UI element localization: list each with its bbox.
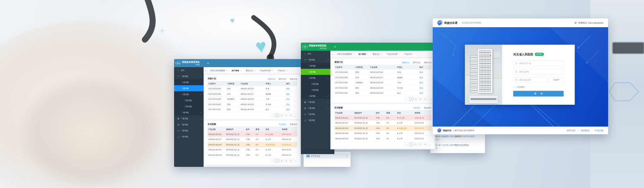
view-link[interactable]: 查看 [419, 82, 423, 84]
tab-通知公告[interactable]: 通知公告 [371, 51, 385, 57]
section-link[interactable]: 预约计划 [413, 61, 420, 63]
tab-dot-icon[interactable] [367, 53, 369, 55]
view-link[interactable]: 查看 [286, 98, 290, 100]
captcha-field[interactable] [513, 77, 547, 83]
sidebar-item[interactable]: ⌂ 首页 [301, 51, 330, 57]
sidebar-item[interactable]: 二级导航 ∧ [174, 91, 204, 97]
tab-产品出库[interactable]: 产品出库 [402, 51, 417, 57]
login-button[interactable]: 登 录 [513, 91, 564, 97]
section-link[interactable]: 预约计划 [279, 78, 286, 80]
sidebar-item[interactable]: ⌂ 首页 [174, 67, 204, 73]
tab-dot-icon[interactable] [254, 69, 256, 71]
pencil-icon[interactable]: ✎ [346, 155, 347, 157]
sidebar-item[interactable]: 二级导航 ∨ [301, 93, 330, 99]
remember-checkbox[interactable] [513, 86, 516, 88]
sidebar-item[interactable]: 三级导航 [301, 87, 330, 93]
tab-产品出库[interactable]: 产品出库 [276, 67, 290, 74]
page-button[interactable]: 1 [410, 143, 413, 146]
feed-link[interactable]: 风驰精英小分队 [441, 135, 454, 137]
sidebar-item[interactable]: 二级导航 ∨ [174, 109, 204, 115]
sidebar-item[interactable]: ▦ 一级导航 ∨ [301, 99, 330, 105]
tab-dot-icon[interactable] [272, 69, 274, 71]
section-link[interactable]: 产品库存 [279, 123, 286, 125]
sidebar-item[interactable]: ✎ 一级导航 ∧ [174, 73, 204, 79]
page-button[interactable]: 1 [410, 97, 413, 101]
prev-page-button[interactable]: ‹ [271, 159, 275, 163]
page-button[interactable]: 1 [275, 159, 279, 163]
page-button[interactable]: 4 [423, 143, 427, 146]
feed-link[interactable]: 5 月日常小需求 [441, 144, 454, 146]
page-button[interactable]: 2 [414, 97, 418, 101]
tab-dot-icon[interactable] [353, 53, 355, 55]
tab-用户管理[interactable]: 用户管理 [230, 67, 244, 74]
feed-item[interactable]: 朱老师 在 风驰精英小分队 新建项目 5月日常小需求 5 小时前 [430, 134, 485, 142]
sidebar-item[interactable]: △ 一级导航 [174, 134, 204, 140]
prev-page-button[interactable]: ‹ [271, 113, 275, 117]
section-link[interactable]: 高值计划 [424, 61, 431, 63]
page-button[interactable]: 3 [284, 113, 288, 117]
collapse-tabs-icon[interactable]: « [330, 51, 335, 57]
tab-资质证件效期预警[interactable]: 资质证件效期预警 [335, 51, 357, 57]
section-link[interactable]: 高值库存 [424, 107, 431, 109]
tab-dot-icon[interactable] [399, 53, 400, 55]
next-page-button[interactable]: › [293, 159, 297, 163]
view-link[interactable]: 查看 [419, 71, 423, 73]
captcha-input[interactable] [519, 79, 546, 81]
sidebar-item[interactable]: 三级导航 [301, 81, 330, 87]
view-link[interactable]: 查看 [419, 87, 423, 89]
hamburger-icon[interactable]: ≡ [207, 61, 209, 65]
prev-page-button[interactable]: ‹ [405, 143, 409, 146]
username-field[interactable] [513, 61, 564, 66]
tab-dot-icon[interactable] [226, 69, 228, 71]
page-button[interactable]: 2 [414, 143, 418, 146]
tab-dot-icon[interactable] [413, 53, 415, 55]
page-button[interactable]: 4 [423, 97, 427, 101]
section-link[interactable]: 高值计划 [290, 78, 297, 80]
footer-link-key[interactable]: 密钥驱动 [581, 129, 589, 132]
section-link[interactable]: 领用计划 [268, 78, 275, 80]
hamburger-icon[interactable]: ≡ [334, 45, 336, 48]
password-input[interactable] [519, 70, 562, 73]
tab-dot-icon[interactable] [240, 69, 242, 71]
tab-通知公告[interactable]: 通知公告 [244, 67, 258, 74]
sidebar-item[interactable]: 二级导航 ∧ [301, 75, 330, 81]
page-button[interactable]: 3 [284, 159, 288, 163]
page-button[interactable]: 2 [280, 159, 284, 163]
view-link[interactable]: 查看 [419, 76, 423, 78]
section-link[interactable]: 高值库存 [290, 123, 297, 125]
tab-资质证件效期预警[interactable]: 资质证件效期预警 [208, 67, 230, 74]
next-page-button[interactable]: › [428, 97, 431, 101]
sidebar-item[interactable]: ▦ 一级导航 ∨ [174, 115, 204, 122]
collapse-tabs-icon[interactable]: « [204, 67, 208, 74]
sidebar-item[interactable]: ▤ 一级导航 ∨ [174, 122, 204, 128]
sidebar-item[interactable]: ▤ 一级导航 ∨ [301, 105, 330, 111]
sidebar-item[interactable]: 三级导航 [174, 103, 204, 109]
sidebar-item[interactable]: ✎ 一级导航 ∧ [301, 57, 330, 63]
captcha-question[interactable]: 6+8=? [549, 77, 564, 83]
feed-link[interactable]: 5月日常小需求 [463, 135, 475, 137]
page-button[interactable]: 2 [280, 113, 284, 117]
view-link[interactable]: 查看 [286, 88, 290, 90]
tab-产品分类设置[interactable]: 产品分类设置 [258, 67, 276, 74]
view-link[interactable]: 查看 [286, 93, 290, 95]
sidebar-item[interactable]: ◷ 一级导航 [174, 128, 204, 134]
section-link[interactable]: 领用计划 [402, 61, 409, 63]
password-field[interactable] [513, 69, 564, 75]
page-button[interactable]: 4 [289, 159, 293, 163]
view-link[interactable]: 查看 [419, 92, 423, 94]
tab-dot-icon[interactable] [286, 69, 288, 71]
sidebar-item[interactable]: 二级导航 [301, 63, 330, 69]
sidebar-item[interactable]: 二级导航 [174, 79, 204, 85]
page-button[interactable]: 1 [275, 113, 279, 117]
footer-link-faq[interactable]: 常见问题 [595, 129, 603, 132]
next-page-button[interactable]: › [428, 143, 431, 146]
view-link[interactable]: 查看 [286, 103, 290, 105]
section-link[interactable]: 产品库存 [413, 107, 420, 109]
next-page-button[interactable]: › [293, 113, 297, 117]
sidebar-item[interactable]: ◷ 一级导航 [301, 111, 330, 117]
view-link[interactable]: 查看 [286, 108, 290, 110]
footer-link-help[interactable]: 操作说明 [567, 129, 576, 132]
prev-page-button[interactable]: ‹ [405, 97, 409, 101]
tab-产品分类设置[interactable]: 产品分类设置 [385, 51, 402, 57]
tab-用户管理[interactable]: 用户管理 [357, 51, 371, 57]
